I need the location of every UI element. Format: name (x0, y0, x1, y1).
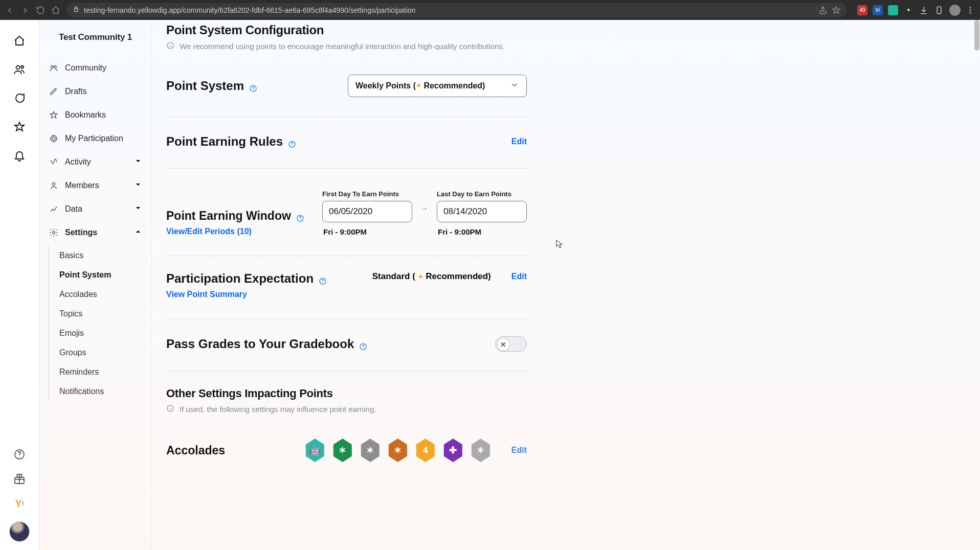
share-icon[interactable] (818, 6, 828, 15)
first-day-input[interactable]: 06/05/2020 (322, 201, 412, 222)
extension-blue-icon[interactable]: bl (873, 5, 883, 15)
back-button[interactable] (5, 6, 14, 15)
chat-icon[interactable] (13, 91, 26, 105)
people-icon[interactable] (13, 63, 26, 76)
label-text: Participation Expectation (166, 271, 314, 286)
sidebar-item-settings[interactable]: Settings (44, 222, 146, 243)
reload-button[interactable] (36, 6, 45, 15)
browser-chrome: 49 bl ✦ (0, 0, 980, 20)
chevron-down-icon (510, 80, 519, 91)
subnav-groups[interactable]: Groups (56, 343, 146, 362)
sidebar-item-activity[interactable]: Activity (44, 152, 146, 172)
view-point-summary-link[interactable]: View Point Summary (166, 290, 247, 299)
star-icon[interactable] (832, 6, 841, 15)
activity-icon (49, 157, 59, 167)
badge-icon: ✶ (332, 439, 353, 462)
help-icon[interactable] (13, 448, 26, 461)
sidebar-item-label: Data (65, 204, 82, 214)
badge-icon: ✶ (471, 439, 491, 462)
chevron-down-icon (134, 180, 142, 191)
subnav-emojis[interactable]: Emojis (56, 324, 146, 343)
sidebar-item-label: Bookmarks (65, 110, 106, 120)
sidebar-item-data[interactable]: Data (44, 199, 146, 219)
other-hint-text: If used, the following settings may infl… (180, 405, 376, 414)
device-icon[interactable] (934, 5, 944, 15)
subnav-topics[interactable]: Topics (56, 304, 146, 324)
svg-rect-0 (75, 9, 78, 11)
accolades-label: Accolades (166, 444, 225, 457)
sidebar-item-members[interactable]: Members (44, 175, 146, 196)
first-day-label: First Day To Earn Points (322, 190, 412, 198)
subnav-point-system[interactable]: Point System (56, 265, 146, 285)
star-nav-icon[interactable] (13, 120, 26, 133)
main-scroll[interactable]: Point System Configuration We recommend … (152, 20, 980, 550)
home-button[interactable] (51, 6, 60, 15)
community-title: Test Community 1 (44, 32, 146, 42)
sidebar-item-drafts[interactable]: Drafts (44, 81, 146, 102)
subnav-notifications[interactable]: Notifications (56, 382, 146, 401)
logo-icon[interactable]: Y! (13, 497, 26, 510)
sidebar-item-community[interactable]: Community (44, 58, 146, 78)
help-icon[interactable] (296, 212, 305, 221)
help-icon[interactable] (319, 274, 328, 283)
forward-button[interactable] (20, 6, 30, 15)
arrow-right-icon: → (420, 204, 429, 222)
last-day-input[interactable]: 08/14/2020 (437, 201, 527, 222)
extension-badge: 49 (859, 7, 865, 13)
profile-avatar[interactable] (9, 521, 30, 542)
chevron-down-icon (134, 157, 142, 167)
sidebar-item-label: Community (65, 63, 106, 73)
first-day-sub: Fri - 9:00PM (323, 227, 412, 236)
svg-point-19 (253, 90, 254, 90)
svg-point-9 (19, 457, 20, 458)
sidebar-item-label: Settings (65, 228, 97, 237)
sidebar-item-label: Members (65, 181, 99, 190)
badge-icon: 🤖 (305, 439, 325, 462)
subnav-reminders[interactable]: Reminders (56, 362, 146, 382)
edit-rules-link[interactable]: Edit (511, 137, 527, 146)
gift-icon[interactable] (13, 472, 26, 486)
edit-accolades-link[interactable]: Edit (511, 446, 527, 455)
target-icon (49, 133, 59, 144)
rules-label: Point Earning Rules (166, 134, 297, 149)
chevron-down-icon (134, 204, 142, 214)
help-icon[interactable] (288, 137, 297, 146)
settings-subnav: Basics Point System Accolades Topics Emo… (49, 246, 146, 401)
pass-grades-toggle[interactable]: ✕ (495, 336, 527, 352)
window-label: Point Earning Window (166, 209, 322, 223)
svg-point-15 (52, 182, 55, 185)
scrollbar-thumb[interactable] (974, 20, 979, 51)
bookmark-icon (49, 110, 59, 120)
sidebar-item-bookmarks[interactable]: Bookmarks (44, 105, 146, 125)
help-icon[interactable] (249, 81, 258, 90)
address-bar[interactable] (66, 3, 847, 17)
url-input[interactable] (84, 6, 814, 14)
downloads-icon[interactable] (919, 5, 929, 15)
content: Point System Configuration We recommend … (166, 20, 527, 483)
subnav-basics[interactable]: Basics (56, 246, 146, 265)
home-icon[interactable] (13, 34, 26, 48)
extension-green-icon[interactable] (888, 5, 898, 15)
extensions-puzzle-icon[interactable]: ✦ (903, 5, 914, 15)
sidebar-item-participation[interactable]: My Participation (44, 128, 146, 149)
accolade-badges: 🤖 ✶ ✶ ✶ 4 ✚ ✶ (305, 439, 491, 462)
point-system-select[interactable]: Weekly Points (✦ Recommended) (348, 75, 527, 97)
view-edit-periods-link[interactable]: View/Edit Periods (10) (166, 227, 252, 236)
extension-ub-icon[interactable]: 49 (857, 5, 867, 15)
subnav-accolades[interactable]: Accolades (56, 285, 146, 304)
last-day-label: Last Day to Earn Points (437, 190, 527, 198)
value-pre: Weekly Points ( (355, 81, 416, 90)
profile-avatar-chrome[interactable] (949, 5, 961, 16)
date-value: 06/05/2020 (329, 207, 372, 217)
kebab-menu-icon[interactable] (966, 6, 975, 15)
info-icon (166, 404, 174, 414)
bell-icon[interactable] (13, 149, 26, 162)
scrollbar-track[interactable] (974, 20, 979, 550)
pe-value: Standard ( ✦ Recommended) (372, 271, 491, 282)
edit-pe-link[interactable]: Edit (511, 272, 527, 281)
date-range: First Day To Earn Points 06/05/2020 Fri … (322, 190, 527, 236)
sidebar-item-label: My Participation (65, 134, 123, 143)
other-settings-title: Other Settings Impacting Points (166, 387, 527, 400)
help-icon[interactable] (359, 339, 368, 349)
info-icon (166, 41, 174, 51)
